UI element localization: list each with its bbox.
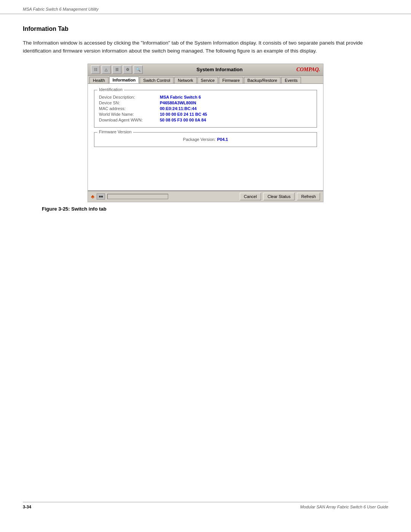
value-device-sn: P46580A3WL800N <box>160 101 196 105</box>
tab-backup-restore[interactable]: Backup/Restore <box>244 77 280 83</box>
label-package-version: Package Version: <box>183 137 216 142</box>
alert-icon: △ <box>102 66 111 74</box>
tab-events[interactable]: Events <box>281 77 301 83</box>
firmware-groupbox: Firmware Version Package Version: P04.1 <box>94 132 317 147</box>
tab-health[interactable]: Health <box>89 77 108 83</box>
temperature-icon: ♣ <box>91 193 94 200</box>
value-package-version: P04.1 <box>217 137 228 142</box>
figure-caption: Figure 3-25: Switch info tab <box>42 206 388 212</box>
tab-information[interactable]: Information <box>109 77 139 83</box>
titlebar-icons: ☷ △ ☰ ⚙ 🔍 <box>91 66 143 74</box>
label-download-agent-wwn: Download Agent WWN: <box>99 118 160 122</box>
refresh-button[interactable]: Refresh <box>297 193 320 200</box>
grid-icon: ☷ <box>91 66 100 74</box>
identification-groupbox: Identification Device Description: MSA F… <box>94 90 317 128</box>
tab-firmware[interactable]: Firmware <box>219 77 243 83</box>
header-title: MSA Fabric Switch 6 Management Utility <box>23 7 99 11</box>
compaq-logo: COMPAQ. <box>296 67 320 73</box>
value-download-agent-wwn: 50 08 05 F3 00 00 0A 84 <box>160 118 206 122</box>
field-download-agent-wwn: Download Agent WWN: 50 08 05 F3 00 00 0A… <box>99 118 312 122</box>
tab-service[interactable]: Service <box>198 77 218 83</box>
identification-title: Identification <box>97 87 124 92</box>
firmware-content: Package Version: P04.1 <box>99 137 312 142</box>
status-small-icon: ■■ <box>97 193 105 200</box>
tab-switch-control[interactable]: Switch Control <box>140 77 174 83</box>
body-text: The Information window is accessed by cl… <box>23 39 388 55</box>
footer-title: Modular SAN Array Fabric Switch 6 User G… <box>300 505 388 509</box>
field-mac-address: MAC address: 00:E0:24:11:BC:44 <box>99 106 312 111</box>
main-panel: Identification Device Description: MSA F… <box>88 84 323 190</box>
search-icon: 🔍 <box>134 66 143 74</box>
field-package-version: Package Version: P04.1 <box>99 137 312 142</box>
progress-bar <box>107 194 168 199</box>
status-bar: ♣ ■■ Cancel Clear Status Refresh <box>88 190 323 202</box>
label-mac-address: MAC address: <box>99 106 160 111</box>
value-wwn: 10 00 00 E0 24 11 BC 45 <box>160 112 207 117</box>
cancel-button[interactable]: Cancel <box>240 193 261 200</box>
tabs-bar: Health Information Switch Control Networ… <box>88 76 323 84</box>
firmware-title: Firmware Version <box>97 129 133 134</box>
page-number: 3-34 <box>23 505 31 509</box>
app-titlebar: ☷ △ ☰ ⚙ 🔍 System Information COMPAQ. <box>88 64 323 76</box>
list-icon: ☰ <box>112 66 121 74</box>
tab-network[interactable]: Network <box>174 77 196 83</box>
screenshot-container: ☷ △ ☰ ⚙ 🔍 System Information COMPAQ. Hea… <box>88 64 323 202</box>
label-device-sn: Device SN: <box>99 101 160 105</box>
page-header: MSA Fabric Switch 6 Management Utility <box>0 0 411 14</box>
app-title: System Information <box>146 67 293 72</box>
page-footer: 3-34 Modular SAN Array Fabric Switch 6 U… <box>23 502 388 509</box>
label-device-description: Device Description: <box>99 95 160 99</box>
gear-icon: ⚙ <box>123 66 132 74</box>
value-mac-address: 00:E0:24:11:BC:44 <box>160 106 197 111</box>
field-device-description: Device Description: MSA Fabric Switch 6 <box>99 95 312 99</box>
field-wwn: World Wide Name: 10 00 00 E0 24 11 BC 45 <box>99 112 312 117</box>
identification-content: Device Description: MSA Fabric Switch 6 … <box>99 95 312 122</box>
label-wwn: World Wide Name: <box>99 112 160 117</box>
page-content: Information Tab The Information window i… <box>0 14 411 223</box>
section-title: Information Tab <box>23 26 388 32</box>
clear-status-button[interactable]: Clear Status <box>263 193 295 200</box>
field-device-sn: Device SN: P46580A3WL800N <box>99 101 312 105</box>
value-device-description: MSA Fabric Switch 6 <box>160 95 201 99</box>
